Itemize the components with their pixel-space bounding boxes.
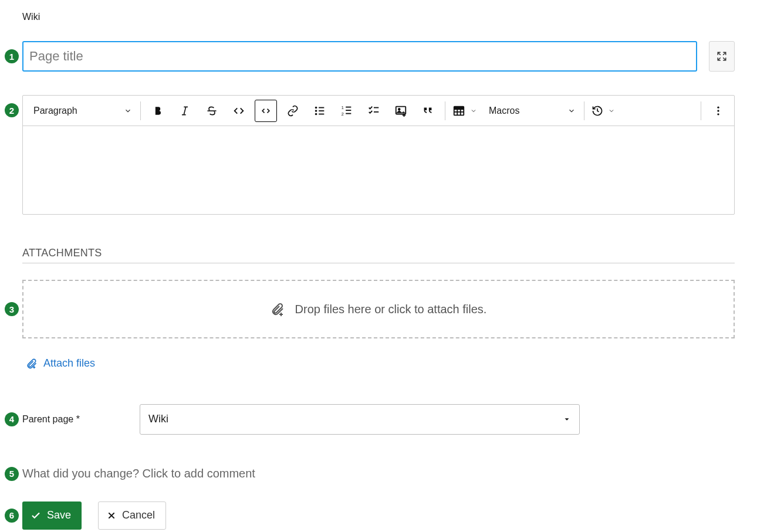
attachment-icon — [271, 302, 285, 316]
parent-page-label-text: Parent page — [22, 414, 73, 425]
parent-page-select[interactable]: Wiki — [140, 404, 580, 435]
attach-files-label: Attach files — [43, 357, 95, 370]
attachments-heading: ATTACHMENTS — [22, 247, 735, 263]
cancel-label: Cancel — [122, 509, 155, 521]
bullet-list-icon — [313, 104, 326, 117]
code-block-button[interactable] — [255, 100, 277, 122]
svg-rect-14 — [346, 113, 351, 114]
strikethrough-icon — [206, 105, 218, 117]
svg-point-18 — [398, 108, 400, 110]
more-menu-button[interactable] — [707, 100, 729, 122]
change-comment-input[interactable]: What did you change? Click to add commen… — [22, 467, 255, 480]
dropdown-caret-icon — [563, 415, 571, 423]
fullscreen-button[interactable] — [709, 41, 735, 72]
bullet-list-button[interactable] — [309, 100, 331, 122]
step-badge-4: 4 — [5, 412, 19, 426]
svg-rect-8 — [319, 110, 324, 111]
italic-icon — [179, 105, 191, 117]
inline-code-button[interactable] — [228, 100, 250, 122]
close-icon — [107, 511, 116, 520]
step-badge-1: 1 — [5, 49, 19, 63]
macros-label: Macros — [489, 106, 519, 116]
code-icon — [232, 104, 245, 117]
more-vertical-icon — [712, 105, 724, 117]
quote-icon — [421, 104, 434, 117]
svg-text:2: 2 — [342, 111, 344, 117]
save-button[interactable]: Save — [22, 501, 82, 530]
toolbar-divider — [584, 101, 584, 120]
chevron-down-icon — [124, 107, 132, 115]
strikethrough-button[interactable] — [201, 100, 223, 122]
save-label: Save — [47, 509, 71, 521]
numbered-list-icon: 12 — [340, 104, 353, 117]
svg-rect-24 — [454, 106, 464, 109]
bold-button[interactable] — [147, 100, 169, 122]
paragraph-label: Paragraph — [33, 106, 77, 116]
svg-point-27 — [717, 113, 719, 115]
step-badge-3: 3 — [5, 302, 19, 316]
italic-button[interactable] — [174, 100, 196, 122]
expand-icon — [717, 51, 727, 62]
chevron-down-icon — [608, 107, 615, 114]
link-icon — [287, 105, 299, 117]
svg-point-4 — [315, 106, 317, 109]
link-button[interactable] — [282, 100, 304, 122]
toolbar-divider — [701, 101, 701, 120]
svg-rect-13 — [346, 110, 351, 111]
history-button[interactable] — [588, 105, 619, 117]
page-title-input[interactable] — [22, 41, 697, 72]
chevron-down-icon — [470, 107, 477, 114]
svg-point-5 — [315, 110, 317, 112]
editor-content-area[interactable] — [23, 126, 734, 214]
svg-rect-12 — [346, 106, 351, 107]
svg-rect-9 — [319, 113, 324, 114]
step-badge-2: 2 — [5, 103, 19, 117]
rich-text-editor: Paragraph — [22, 95, 735, 215]
breadcrumb[interactable]: Wiki — [22, 12, 735, 22]
history-icon — [592, 105, 603, 117]
step-badge-6: 6 — [5, 509, 19, 523]
code-block-icon — [260, 105, 272, 117]
table-button[interactable] — [449, 104, 481, 117]
parent-page-label: Parent page * — [22, 414, 140, 425]
svg-point-26 — [717, 110, 719, 111]
chevron-down-icon — [567, 107, 576, 115]
parent-page-selected-value: Wiki — [148, 413, 168, 425]
cancel-button[interactable]: Cancel — [98, 501, 166, 530]
svg-rect-7 — [319, 107, 324, 108]
bold-icon — [152, 105, 164, 117]
svg-point-25 — [717, 106, 719, 108]
editor-toolbar: Paragraph — [23, 96, 734, 126]
svg-text:1: 1 — [342, 105, 344, 110]
step-badge-5: 5 — [5, 467, 19, 481]
image-icon — [394, 104, 407, 117]
image-button[interactable] — [390, 100, 412, 122]
table-icon — [452, 104, 465, 117]
check-icon — [31, 510, 41, 521]
task-list-button[interactable] — [363, 100, 385, 122]
required-asterisk: * — [76, 414, 80, 425]
numbered-list-button[interactable]: 12 — [336, 100, 358, 122]
attachments-dropzone[interactable]: Drop files here or click to attach files… — [22, 280, 735, 338]
quote-button[interactable] — [417, 100, 439, 122]
svg-point-6 — [315, 113, 317, 115]
paragraph-style-select[interactable]: Paragraph — [25, 96, 137, 126]
attachment-icon — [26, 358, 38, 370]
attach-files-link[interactable]: Attach files — [26, 357, 95, 370]
macros-select[interactable]: Macros — [481, 96, 580, 126]
svg-line-0 — [184, 107, 185, 114]
toolbar-divider — [445, 101, 445, 120]
task-list-icon — [367, 104, 380, 117]
dropzone-text: Drop files here or click to attach files… — [295, 303, 487, 316]
toolbar-divider — [140, 101, 141, 120]
